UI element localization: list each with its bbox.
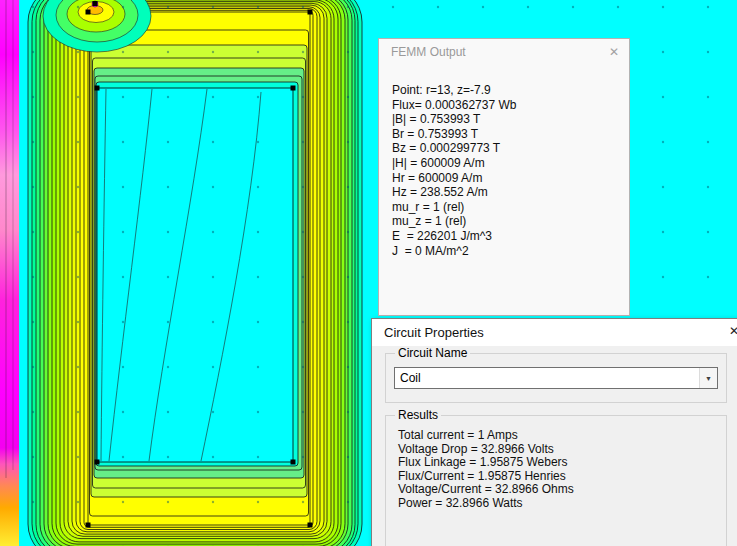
output-line: Point: r=13, z=-7.9 — [392, 83, 629, 98]
result-line: Voltage Drop = 32.8966 Volts — [398, 443, 726, 457]
output-line: Hz = 238.552 A/m — [392, 185, 629, 200]
result-line: Power = 32.8966 Watts — [398, 497, 726, 511]
close-button[interactable]: ✕ — [721, 324, 737, 342]
output-line: |H| = 600009 A/m — [392, 156, 629, 171]
result-line: Voltage/Current = 32.8966 Ohms — [398, 483, 726, 497]
output-line: Hr = 600009 A/m — [392, 171, 629, 186]
chevron-down-icon[interactable]: ▼ — [699, 368, 717, 388]
output-line: mu_z = 1 (rel) — [392, 214, 629, 229]
femm-output-titlebar[interactable]: FEMM Output ✕ — [379, 39, 629, 64]
circuit-name-groupbox: Circuit Name Coil ▼ — [385, 353, 727, 403]
output-line: Br = 0.753993 T — [392, 127, 629, 142]
result-line: Flux Linkage = 1.95875 Webers — [398, 456, 726, 470]
femm-output-readout: Point: r=13, z=-7.9 Flux= 0.000362737 Wb… — [379, 64, 629, 258]
circuit-properties-title: Circuit Properties — [384, 325, 484, 340]
circuit-properties-dialog: Circuit Properties ✕ Circuit Name Coil ▼… — [371, 318, 737, 546]
output-line: |B| = 0.753993 T — [392, 112, 629, 127]
results-readout: Total current = 1 Amps Voltage Drop = 32… — [386, 416, 726, 511]
result-line: Total current = 1 Amps — [398, 429, 726, 443]
output-line: Flux= 0.000362737 Wb — [392, 98, 629, 113]
circuit-name-combobox[interactable]: Coil ▼ — [394, 367, 718, 389]
close-icon[interactable]: ✕ — [605, 45, 623, 59]
combobox-selected-value: Coil — [395, 371, 699, 385]
circuit-properties-titlebar[interactable]: Circuit Properties — [372, 319, 737, 346]
close-icon: ✕ — [729, 324, 737, 338]
results-label: Results — [395, 408, 441, 422]
femm-output-title: FEMM Output — [391, 45, 466, 59]
circuit-name-label: Circuit Name — [395, 346, 470, 360]
output-line: mu_r = 1 (rel) — [392, 200, 629, 215]
femm-output-window: FEMM Output ✕ Point: r=13, z=-7.9 Flux= … — [378, 38, 630, 316]
results-groupbox: Results Total current = 1 Amps Voltage D… — [385, 415, 727, 546]
output-line: Bz = 0.000299773 T — [392, 141, 629, 156]
output-line: J = 0 MA/m^2 — [392, 244, 629, 259]
result-line: Flux/Current = 1.95875 Henries — [398, 470, 726, 484]
output-line: E = 226201 J/m^3 — [392, 229, 629, 244]
